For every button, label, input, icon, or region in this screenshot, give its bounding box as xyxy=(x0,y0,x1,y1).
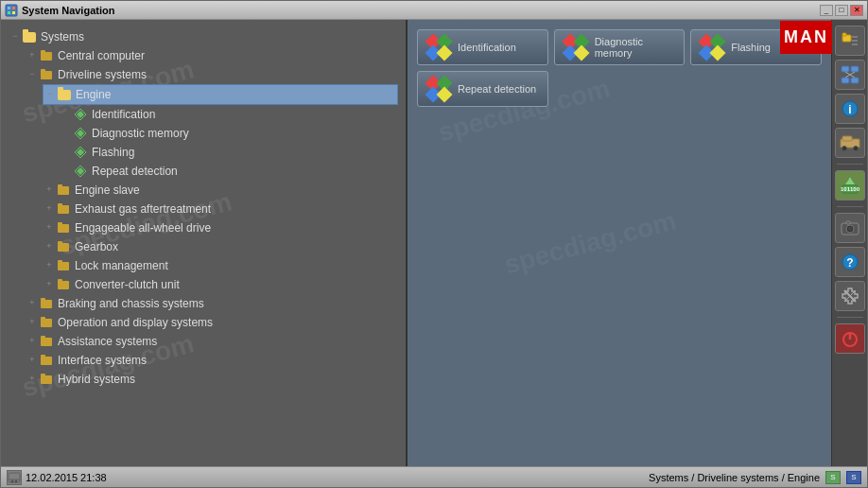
expand-systems[interactable]: − xyxy=(9,30,22,44)
tree-item-engine-slave[interactable]: + Engine slave xyxy=(43,181,398,200)
expand-interface[interactable]: + xyxy=(26,354,39,367)
svg-text:i: i xyxy=(848,103,851,116)
tree-item-diagnostic[interactable]: Diagnostic memory xyxy=(60,124,398,143)
svg-point-31 xyxy=(853,147,858,151)
upload-button[interactable]: 101100 xyxy=(835,170,865,200)
tree-item-gearbox[interactable]: + Gearbox xyxy=(43,237,398,256)
status-datetime: 12.02.2015 21:38 xyxy=(26,472,107,483)
expand-assistance[interactable]: + xyxy=(26,335,39,348)
expand-exhaust[interactable]: + xyxy=(43,202,56,216)
folder-icon-systems xyxy=(22,29,37,44)
folder-icon-central xyxy=(39,48,54,63)
tree-item-operation[interactable]: + Operation and display systems xyxy=(26,313,398,332)
folder-icon-assistance xyxy=(39,334,54,349)
svg-rect-14 xyxy=(842,33,846,36)
separator-3 xyxy=(837,317,863,318)
expand-engine-slave[interactable]: + xyxy=(43,183,56,197)
identification-button[interactable]: Identification xyxy=(417,29,548,65)
vehicle-button[interactable] xyxy=(835,128,865,158)
icon-diagnostic xyxy=(73,126,88,141)
label-braking: Braking and chassis systems xyxy=(58,295,204,312)
power-button[interactable] xyxy=(835,323,865,354)
expand-lock[interactable]: + xyxy=(43,259,56,272)
label-interface: Interface systems xyxy=(58,352,147,369)
tree-panel: specdiag.com specdiag.com specdiag.com −… xyxy=(1,20,408,466)
icon-identification xyxy=(73,107,88,122)
expand-converter[interactable]: + xyxy=(43,278,56,291)
tree-item-driveline[interactable]: − Driveline systems xyxy=(26,65,398,84)
right-toolbar: i 101100 xyxy=(831,20,867,466)
tree-item-central[interactable]: + Central computer xyxy=(26,46,398,65)
repeat-detection-button[interactable]: Repeat detection xyxy=(417,71,548,107)
tools-button[interactable] xyxy=(835,281,865,311)
tree-item-converter[interactable]: + Converter-clutch unit xyxy=(43,275,398,294)
identification-btn-icon xyxy=(425,36,452,59)
label-hybrid: Hybrid systems xyxy=(58,371,135,388)
folder-icon-driveline xyxy=(39,67,54,82)
svg-point-48 xyxy=(11,479,14,482)
help-button[interactable]: ? xyxy=(835,247,865,277)
tree-item-engine[interactable]: − Engine xyxy=(43,84,398,105)
label-operation: Operation and display systems xyxy=(58,314,213,331)
expand-braking[interactable]: + xyxy=(26,297,39,310)
expand-engine[interactable]: − xyxy=(43,88,57,101)
expand-allwheel[interactable]: + xyxy=(43,221,56,235)
expand-operation[interactable]: + xyxy=(26,316,39,329)
expand-driveline[interactable]: − xyxy=(26,68,39,81)
expand-gearbox[interactable]: + xyxy=(43,240,56,253)
folder-icon-engine xyxy=(57,87,72,102)
minimize-button[interactable]: _ xyxy=(820,5,833,16)
svg-rect-3 xyxy=(8,11,10,14)
window-controls: _ □ ✕ xyxy=(820,5,863,16)
svg-rect-2 xyxy=(12,7,15,9)
label-converter: Converter-clutch unit xyxy=(75,276,180,293)
folder-icon-operation xyxy=(39,315,54,330)
camera-button[interactable] xyxy=(835,213,865,243)
icon-flashing xyxy=(73,145,88,160)
tree-item-systems[interactable]: − Systems xyxy=(9,27,398,46)
restore-button[interactable]: □ xyxy=(835,5,848,16)
svg-rect-4 xyxy=(12,11,15,14)
info-button[interactable]: i xyxy=(835,94,865,124)
title-bar: System Navigation _ □ ✕ xyxy=(1,1,867,20)
label-engine-slave: Engine slave xyxy=(75,182,140,199)
expand-repeat xyxy=(60,165,73,178)
identification-btn-label: Identification xyxy=(458,42,516,53)
network-button[interactable] xyxy=(835,60,865,90)
svg-rect-46 xyxy=(9,473,20,482)
tree-item-assistance[interactable]: + Assistance systems xyxy=(26,332,398,351)
label-diagnostic: Diagnostic memory xyxy=(92,125,189,142)
status-left: 12.02.2015 21:38 xyxy=(7,470,107,485)
folder-icon-engine-slave xyxy=(56,183,71,198)
svg-rect-0 xyxy=(6,5,17,16)
status-signal-2: S xyxy=(846,471,861,484)
tree-item-flashing[interactable]: Flashing xyxy=(60,143,398,162)
diagnostic-btn-label: Diagnostic memory xyxy=(595,36,677,59)
status-bar: 12.02.2015 21:38 Systems / Driveline sys… xyxy=(1,466,867,487)
tree-item-identification[interactable]: Identification xyxy=(60,105,398,124)
tree-item-lock[interactable]: + Lock management xyxy=(43,256,398,275)
tree-item-interface[interactable]: + Interface systems xyxy=(26,351,398,370)
folder-icon-interface xyxy=(39,353,54,368)
expand-hybrid[interactable]: + xyxy=(26,373,39,386)
flashing-btn-icon xyxy=(699,36,725,59)
tree-item-repeat[interactable]: Repeat detection xyxy=(60,162,398,181)
svg-point-49 xyxy=(15,479,18,482)
tree-item-braking[interactable]: + Braking and chassis systems xyxy=(26,294,398,313)
label-lock: Lock management xyxy=(75,257,168,274)
tree-item-hybrid[interactable]: + Hybrid systems xyxy=(26,370,398,389)
tree-item-exhaust[interactable]: + Exhaust gas aftertreatment xyxy=(43,200,398,218)
folder-tree-button[interactable] xyxy=(835,26,865,56)
expand-central[interactable]: + xyxy=(26,49,39,62)
label-repeat: Repeat detection xyxy=(92,163,178,180)
action-buttons-grid: Identification Diagnostic memory xyxy=(417,29,822,107)
diagnostic-memory-button[interactable]: Diagnostic memory xyxy=(554,29,686,65)
label-engine: Engine xyxy=(76,86,111,103)
folder-icon-allwheel xyxy=(56,220,71,235)
flashing-btn-label: Flashing xyxy=(731,42,771,53)
close-button[interactable]: ✕ xyxy=(850,5,863,16)
tree-item-allwheel[interactable]: + Engageable all-wheel drive xyxy=(43,218,398,237)
svg-rect-20 xyxy=(842,78,849,83)
status-icon-1 xyxy=(7,470,22,485)
main-window: System Navigation _ □ ✕ MAN specdiag.com… xyxy=(0,0,868,488)
